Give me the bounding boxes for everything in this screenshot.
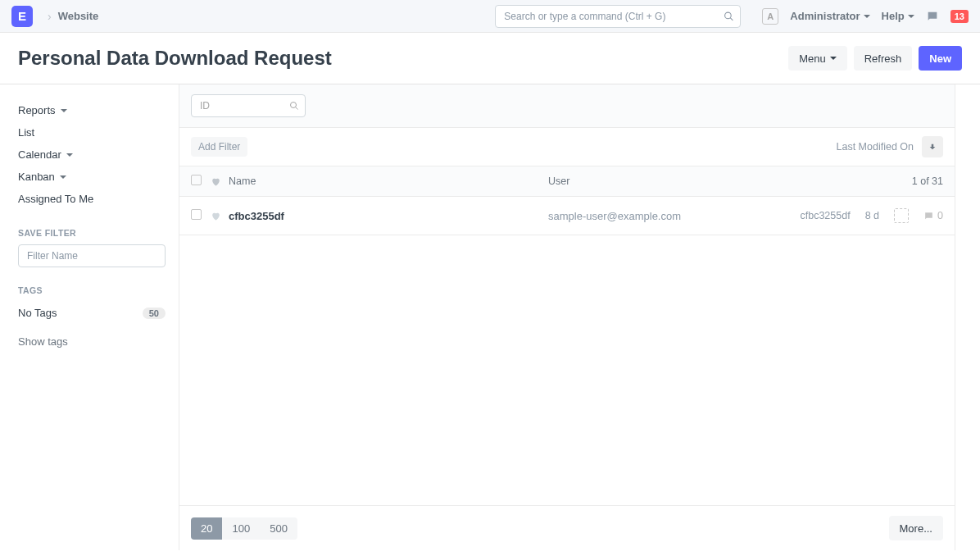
menu-button[interactable]: Menu <box>788 46 847 71</box>
layout: ReportsListCalendarKanbanAssigned To Me … <box>0 84 980 550</box>
table-footer: 20100500 More... <box>179 505 955 550</box>
search-icon <box>724 11 734 21</box>
sidebar-item-label: List <box>18 126 34 139</box>
sort-label[interactable]: Last Modified On <box>837 141 914 153</box>
svg-point-2 <box>291 103 297 108</box>
user-label: Administrator <box>790 10 860 22</box>
page-header: Personal Data Download Request Menu Refr… <box>0 33 980 84</box>
heart-icon[interactable] <box>211 211 229 221</box>
new-button[interactable]: New <box>919 46 962 71</box>
caret-down-icon <box>61 109 67 112</box>
sidebar-item-label: Assigned To Me <box>18 193 93 205</box>
notification-badge[interactable]: 13 <box>951 10 969 23</box>
row-user: sample-user@example.com <box>548 210 800 222</box>
row-time: 8 d <box>865 210 879 221</box>
save-filter-heading: SAVE FILTER <box>18 228 161 238</box>
help-menu[interactable]: Help <box>882 10 914 22</box>
caret-down-icon <box>830 57 837 60</box>
global-search <box>495 5 741 28</box>
row-checkbox[interactable] <box>191 209 202 220</box>
filter-name-input[interactable] <box>18 244 166 267</box>
add-filter-button[interactable]: Add Filter <box>191 137 247 157</box>
chevron-right-icon: › <box>48 10 52 23</box>
svg-line-1 <box>730 17 733 20</box>
caret-down-icon <box>60 175 66 179</box>
heart-icon <box>211 176 229 187</box>
no-tags-count: 50 <box>143 308 166 319</box>
search-icon <box>289 101 299 111</box>
breadcrumb: › Website <box>41 10 98 23</box>
caret-down-icon <box>864 15 870 18</box>
select-all-checkbox[interactable] <box>191 175 202 185</box>
caret-down-icon <box>66 153 73 157</box>
tags-heading: TAGS <box>18 285 161 295</box>
sidebar-item-assigned-to-me[interactable]: Assigned To Me <box>18 188 161 210</box>
chat-icon <box>923 211 934 221</box>
sidebar-item-reports[interactable]: Reports <box>18 99 161 121</box>
logo-icon[interactable]: E <box>11 6 33 27</box>
sidebar-item-label: Calendar <box>18 148 61 161</box>
page-size-500[interactable]: 500 <box>260 517 297 540</box>
sidebar: ReportsListCalendarKanbanAssigned To Me … <box>0 84 179 550</box>
page-size-100[interactable]: 100 <box>222 517 260 540</box>
chat-icon[interactable] <box>926 10 939 23</box>
table-row[interactable]: cfbc3255dfsample-user@example.comcfbc325… <box>179 197 955 235</box>
user-menu[interactable]: Administrator <box>790 10 869 22</box>
table-body: cfbc3255dfsample-user@example.comcfbc325… <box>179 197 955 235</box>
tag-row-no-tags[interactable]: No Tags 50 <box>18 302 166 324</box>
filter-bar: Add Filter Last Modified On <box>179 128 955 166</box>
navbar: E › Website A Administrator Help 13 <box>0 0 980 33</box>
page-size-group: 20100500 <box>191 517 297 540</box>
assignment-placeholder-icon[interactable] <box>894 208 909 223</box>
more-button[interactable]: More... <box>889 516 943 540</box>
svg-point-0 <box>725 12 732 19</box>
main-panel: Add Filter Last Modified On Name User 1 … <box>179 84 955 550</box>
sidebar-item-label: Kanban <box>18 171 55 183</box>
sidebar-item-kanban[interactable]: Kanban <box>18 166 161 188</box>
sidebar-item-list[interactable]: List <box>18 121 161 144</box>
nav-right: A Administrator Help 13 <box>762 8 969 25</box>
show-tags-link[interactable]: Show tags <box>18 324 161 359</box>
no-tags-label: No Tags <box>18 307 57 319</box>
row-name: cfbc3255df <box>229 210 548 222</box>
menu-label: Menu <box>799 52 826 65</box>
id-filter <box>191 94 306 117</box>
avatar[interactable]: A <box>762 8 778 25</box>
sidebar-item-label: Reports <box>18 104 56 116</box>
avatar-initial: A <box>767 11 774 21</box>
help-label: Help <box>882 10 905 22</box>
id-input[interactable] <box>191 94 306 117</box>
caret-down-icon <box>908 15 914 18</box>
search-input[interactable] <box>495 5 741 28</box>
pagination-label: 1 of 31 <box>912 175 943 187</box>
svg-line-3 <box>296 107 298 110</box>
table-header: Name User 1 of 31 <box>179 166 955 197</box>
column-name[interactable]: Name <box>229 175 548 187</box>
comment-count: 0 <box>937 210 943 221</box>
row-id: cfbc3255df <box>800 210 850 221</box>
sidebar-item-calendar[interactable]: Calendar <box>18 144 161 166</box>
row-comments[interactable]: 0 <box>923 210 943 221</box>
new-label: New <box>929 52 951 65</box>
sort-direction-button[interactable] <box>922 136 943 157</box>
refresh-label: Refresh <box>864 52 902 65</box>
main-top-bar <box>179 84 955 128</box>
arrow-down-icon <box>928 143 937 151</box>
logo-letter: E <box>18 9 26 23</box>
refresh-button[interactable]: Refresh <box>854 46 913 71</box>
breadcrumb-website[interactable]: Website <box>58 10 99 22</box>
page-size-20[interactable]: 20 <box>191 517 222 540</box>
page-title: Personal Data Download Request <box>18 47 332 70</box>
column-user[interactable]: User <box>548 175 912 187</box>
